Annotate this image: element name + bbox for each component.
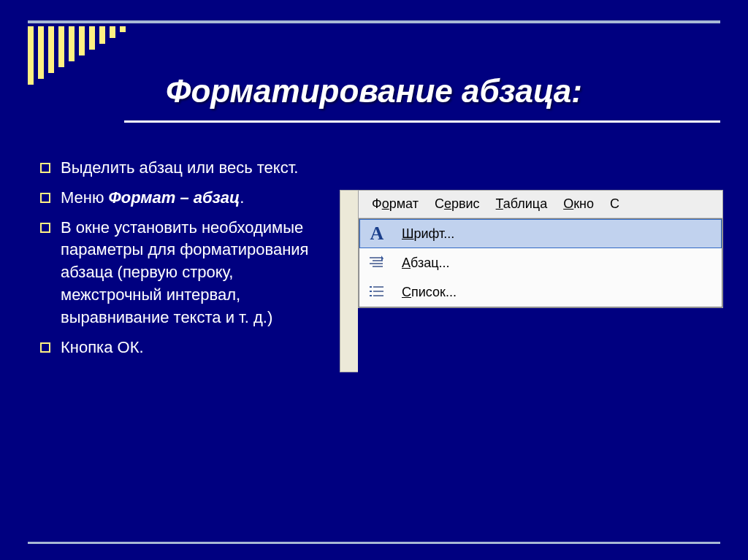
menu-screenshot: Формат Сервис Таблица Окно С A Шрифт... … [358, 190, 723, 308]
menu-item-label: Шрифт... [402, 226, 454, 242]
bar [48, 26, 54, 73]
top-divider [28, 20, 720, 23]
svg-rect-8 [370, 295, 372, 296]
bullet-list: Выделить абзац или весь текст. Меню Форм… [40, 157, 332, 366]
bar [120, 26, 126, 32]
menu-format[interactable]: Формат [372, 196, 419, 212]
svg-rect-6 [370, 291, 372, 292]
menu-item-list[interactable]: Список... [359, 277, 722, 307]
menu-service[interactable]: Сервис [435, 196, 480, 212]
bar [38, 26, 44, 79]
bullet-item: В окне установить необходимые параметры … [40, 217, 332, 329]
bar [79, 26, 85, 55]
screenshot-left-edge [340, 190, 358, 372]
bullet-text: В окне установить необходимые параметры … [61, 217, 332, 329]
bullet-item: Меню Формат – абзац. [40, 187, 332, 210]
bullet-icon [40, 163, 50, 173]
svg-rect-1 [373, 260, 383, 261]
svg-rect-4 [370, 286, 372, 288]
svg-rect-0 [370, 257, 383, 258]
slide-title: Форматирование абзаца: [0, 73, 748, 110]
text-suffix: . [240, 188, 244, 207]
bullet-icon [40, 193, 50, 203]
menu-extra[interactable]: С [610, 196, 619, 212]
svg-rect-9 [373, 295, 383, 296]
bullet-icon [40, 342, 50, 353]
menu-item-label: Абзац... [402, 256, 450, 271]
bar [58, 26, 64, 67]
bullet-item: Кнопка ОК. [40, 337, 332, 359]
bullet-text: Кнопка ОК. [61, 337, 332, 359]
text-emph: Формат – абзац [109, 188, 240, 207]
menu-item-font[interactable]: A Шрифт... [359, 219, 722, 248]
svg-rect-3 [373, 266, 383, 267]
bar [89, 26, 95, 50]
svg-rect-2 [370, 263, 383, 264]
title-underline [124, 120, 720, 123]
menubar: Формат Сервис Таблица Окно С [359, 191, 722, 218]
svg-rect-5 [373, 286, 383, 288]
paragraph-icon [367, 253, 387, 273]
bullet-item: Выделить абзац или весь текст. [40, 157, 332, 180]
bullet-text: Меню Формат – абзац. [61, 187, 332, 210]
bullet-text: Выделить абзац или весь текст. [61, 157, 332, 180]
text-prefix: Меню [61, 188, 109, 207]
bar [110, 26, 115, 38]
dropdown-menu: A Шрифт... Абзац... [359, 218, 722, 307]
bar [99, 26, 105, 44]
menu-item-label: Список... [402, 285, 457, 300]
bottom-divider [28, 542, 720, 544]
menu-window[interactable]: Окно [563, 196, 594, 212]
svg-rect-7 [373, 291, 383, 292]
bar [69, 26, 75, 61]
font-icon: A [367, 223, 387, 244]
list-icon [367, 282, 387, 302]
menu-table[interactable]: Таблица [496, 196, 548, 212]
bullet-icon [40, 223, 50, 233]
menu-item-paragraph[interactable]: Абзац... [359, 248, 722, 277]
